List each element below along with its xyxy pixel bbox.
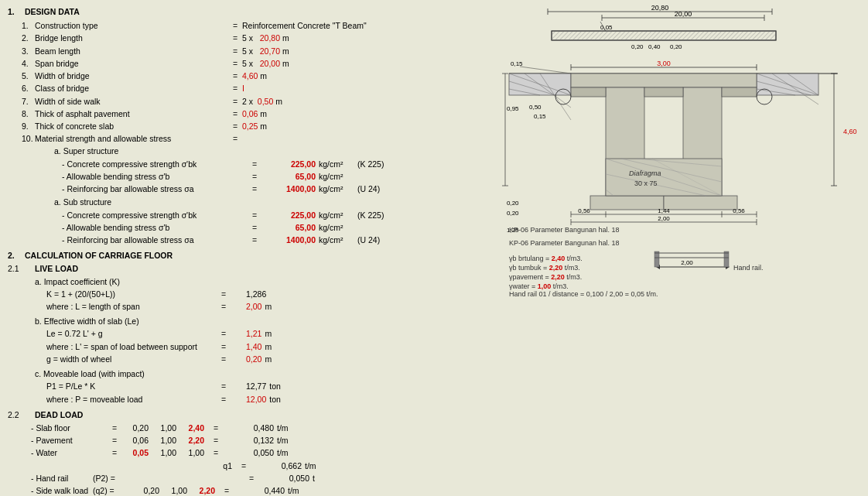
item4-num: 4. [8,58,35,70]
svg-text:20,00: 20,00 [675,10,692,18]
sub3-note: (U 24) [357,183,380,195]
sub4-val: 225,00 [261,210,316,221]
where3-lbl: where : P = moveable load [46,394,217,405]
item6-val: I [242,83,244,94]
item1-num: 1. [8,20,35,32]
item4-eq: = [228,58,242,70]
item3-val: 5 x 20,70 m [242,46,289,57]
sub3-val: 1400,00 [261,183,316,195]
sub1-eq: = [248,159,261,170]
item2-num: 2. [8,32,35,44]
sub2-unit: kg/cm² [319,171,357,183]
where1-result: 2,00 [246,301,261,313]
svg-text:0,56: 0,56 [578,207,590,214]
svg-text:Diafragma: Diafragma [629,169,661,177]
svg-text:1,44: 1,44 [658,207,670,214]
item5-label: Width of bridge [35,70,228,82]
formula3-eq: = [217,381,231,392]
svg-text:0,20: 0,20 [507,200,519,207]
kp06-note2: KP-06 Parameter Bangunan hal. 18 [509,226,620,234]
sub2-val: 65,00 [261,171,316,183]
sidewalk-result: 0,440 [238,485,285,496]
dead1-label: - Slab floor [31,422,108,434]
dead2-result: 0,132 [227,435,274,446]
dead-load-table: - Slab floor = 0,20 1,00 2,40 = 0,480 t/… [31,422,472,496]
item4-label: Span bridge [35,58,228,70]
formula3-lbl: P1 = P/Le * K [46,381,217,392]
svg-text:γpavement =  2,20  t/m3.: γpavement = 2,20 t/m3. [509,273,582,281]
svg-rect-12 [552,31,776,40]
handrail-result: 0,050 [263,473,309,484]
dead2-label: - Pavement [31,435,108,446]
item3-label: Beam length [35,46,228,57]
sub-structure-label: a. Sub structure [54,197,111,207]
item9-eq: = [228,121,242,132]
handrail-unit: t [313,473,315,484]
svg-rect-53 [722,87,757,97]
item2-label: Bridge length [35,32,228,44]
item7-eq: = [228,96,242,108]
item7-val: 2 x 0,50 m [242,96,282,108]
where2b-result: 0,20 [246,354,261,365]
dead3-eq2: = [204,447,227,459]
dead1-v3: 2,40 [181,422,204,434]
svg-text:Hand rail 01 / distance =  0,1: Hand rail 01 / distance = 0,100 / 2,00 =… [509,290,658,298]
moveable-lbl: c. Moveable load (with impact) [35,369,145,378]
item4-redval: 20,00 [260,59,280,68]
effwidth-lbl: b. Effective width of slab (Le) [35,316,139,326]
sub5-val: 65,00 [261,222,316,234]
item8-val: 0,06 m [242,108,267,120]
impact-lbl: a. Impact coefficient (K) [35,277,120,286]
sub3-eq: = [248,183,261,195]
sub4-eq: = [248,210,261,221]
item2-eq: = [228,32,242,44]
svg-text:Hand rail.: Hand rail. [733,264,764,272]
sub2-label: - Allowable bending stress σ'b [62,171,248,183]
sub6-label: - Reinforcing bar allowable stress σa [62,234,248,246]
where2b-eq: = [217,354,231,365]
formula3-unit: ton [269,381,281,392]
sidewalk-v3: 2,20 [192,485,215,496]
formula2-eq: = [217,328,231,340]
sub4-unit: kg/cm² [319,210,357,221]
svg-text:γwater    =   1,00  t/m3.: γwater = 1,00 t/m3. [509,282,569,290]
sidewalk-eq2: = [215,485,238,496]
where2a-unit: m [265,341,272,353]
dead1-eq2: = [204,422,227,434]
item1-label: Construction type [35,20,228,32]
sub3-unit: kg/cm² [319,183,357,195]
dead3-v2: 1,00 [153,447,176,459]
sub1-unit: kg/cm² [319,159,357,170]
dead3-result: 0,050 [227,447,274,459]
item5-val: 4,60 m [242,70,267,82]
section2-title: CALCULATION OF CARRIAGE FLOOR [25,250,173,262]
left-panel: 1. DESIGN DATA 1. Construction type = Re… [0,0,480,496]
where2b-unit: m [265,354,272,365]
dead3-v3: 1,00 [181,447,204,459]
item6-label: Class of bridge [35,83,228,94]
svg-rect-51 [571,87,606,97]
sub4-label: - Concrete compressive strength σ'bk [62,210,248,221]
item10-num: 10. [8,133,35,145]
item6-eq: = [228,83,242,94]
svg-rect-93 [654,251,659,267]
where1-lbl: where : L = length of span [46,301,217,313]
item8-label: Thick of asphalt pavement [35,108,228,120]
svg-rect-94 [724,251,729,267]
sub6-unit: kg/cm² [319,234,357,246]
where2b-lbl: g = width of wheel [46,354,217,365]
item10-eq: = [228,133,242,145]
item9-val: 0,25 m [242,121,267,132]
svg-rect-59 [590,196,664,210]
section1-title: DESIGN DATA [25,6,80,18]
item7-label: Width of side walk [35,96,228,108]
item1-val: Reinforcement Concrete "T Beam" [242,20,367,32]
item2-redval: 20,80 [260,33,280,43]
svg-rect-42 [571,74,757,87]
item3-num: 3. [8,46,35,57]
super-structure-label: a. Super structure [54,146,118,156]
sub5-label: - Allowable bending stress σ'b [62,222,248,234]
item9-redval: 0,25 [242,121,258,131]
dead2-v3: 2,20 [181,435,204,446]
sub1-note: (K 225) [357,159,384,170]
